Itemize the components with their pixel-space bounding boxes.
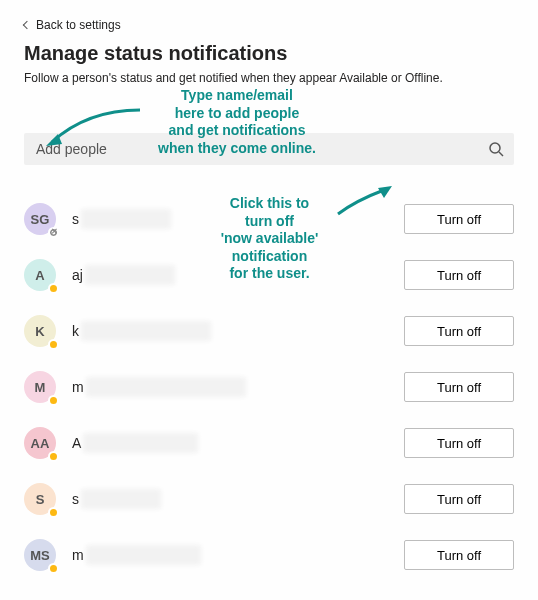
person-name: s bbox=[72, 489, 404, 509]
avatar: SG bbox=[24, 203, 56, 235]
away-presence-icon bbox=[48, 339, 59, 350]
person-name-prefix: k bbox=[72, 323, 79, 339]
offline-presence-icon bbox=[48, 227, 59, 238]
person-row: MSmTurn off bbox=[24, 527, 514, 583]
person-name-prefix: s bbox=[72, 491, 79, 507]
person-name: k bbox=[72, 321, 404, 341]
back-link-label: Back to settings bbox=[36, 18, 121, 32]
person-name: aj bbox=[72, 265, 404, 285]
person-row: KkTurn off bbox=[24, 303, 514, 359]
avatar: S bbox=[24, 483, 56, 515]
person-name-prefix: s bbox=[72, 211, 79, 227]
avatar: MS bbox=[24, 539, 56, 571]
people-list: SGsTurn offAajTurn offKkTurn offMmTurn o… bbox=[24, 189, 514, 583]
redacted-name bbox=[86, 377, 246, 397]
person-name-prefix: m bbox=[72, 547, 84, 563]
avatar: K bbox=[24, 315, 56, 347]
redacted-name bbox=[86, 545, 201, 565]
avatar: AA bbox=[24, 427, 56, 459]
svg-line-1 bbox=[499, 152, 503, 156]
person-row: AajTurn off bbox=[24, 247, 514, 303]
person-row: AAATurn off bbox=[24, 415, 514, 471]
person-name-prefix: m bbox=[72, 379, 84, 395]
person-name-prefix: aj bbox=[72, 267, 83, 283]
person-name: s bbox=[72, 209, 404, 229]
turn-off-button[interactable]: Turn off bbox=[404, 260, 514, 290]
redacted-name bbox=[81, 489, 161, 509]
away-presence-icon bbox=[48, 563, 59, 574]
svg-point-0 bbox=[490, 143, 500, 153]
redacted-name bbox=[81, 321, 211, 341]
redacted-name bbox=[85, 265, 175, 285]
page-title: Manage status notifications bbox=[24, 42, 514, 65]
turn-off-button[interactable]: Turn off bbox=[404, 204, 514, 234]
search-icon bbox=[488, 141, 504, 157]
add-people-field[interactable] bbox=[24, 133, 514, 165]
redacted-name bbox=[81, 209, 171, 229]
turn-off-button[interactable]: Turn off bbox=[404, 316, 514, 346]
person-name-prefix: A bbox=[72, 435, 81, 451]
away-presence-icon bbox=[48, 451, 59, 462]
person-row: SGsTurn off bbox=[24, 191, 514, 247]
person-name: A bbox=[72, 433, 404, 453]
person-name: m bbox=[72, 377, 404, 397]
chevron-left-icon bbox=[23, 21, 31, 29]
turn-off-button[interactable]: Turn off bbox=[404, 540, 514, 570]
add-people-input[interactable] bbox=[34, 140, 488, 158]
person-row: MmTurn off bbox=[24, 359, 514, 415]
redacted-name bbox=[83, 433, 198, 453]
turn-off-button[interactable]: Turn off bbox=[404, 484, 514, 514]
back-to-settings-link[interactable]: Back to settings bbox=[24, 18, 121, 32]
away-presence-icon bbox=[48, 395, 59, 406]
avatar: M bbox=[24, 371, 56, 403]
person-name: m bbox=[72, 545, 404, 565]
person-row: SsTurn off bbox=[24, 471, 514, 527]
turn-off-button[interactable]: Turn off bbox=[404, 428, 514, 458]
page-subtitle: Follow a person's status and get notifie… bbox=[24, 71, 514, 85]
away-presence-icon bbox=[48, 283, 59, 294]
avatar: A bbox=[24, 259, 56, 291]
away-presence-icon bbox=[48, 507, 59, 518]
turn-off-button[interactable]: Turn off bbox=[404, 372, 514, 402]
